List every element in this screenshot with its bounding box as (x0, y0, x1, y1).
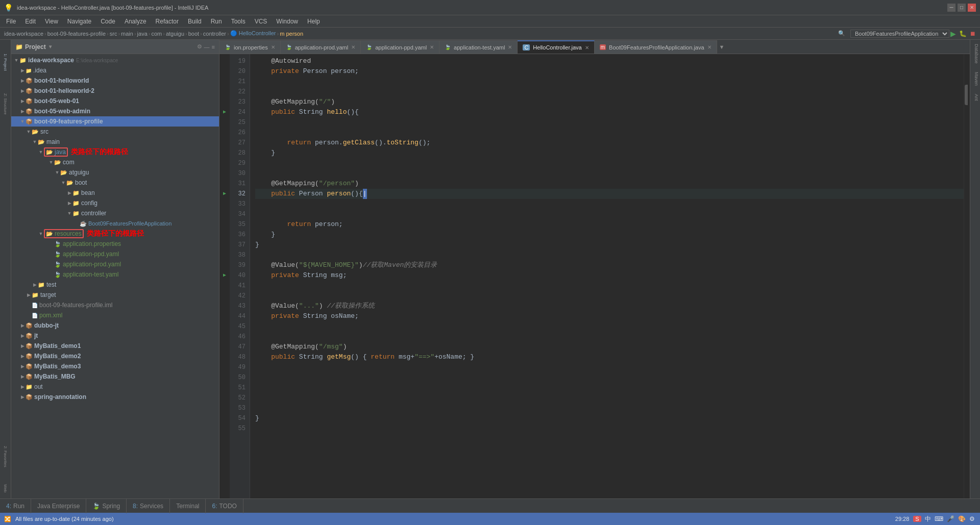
tab-overflow[interactable]: ▼ (717, 44, 727, 50)
breadcrumb-com[interactable]: com (151, 31, 162, 37)
menu-window[interactable]: Window (272, 17, 302, 26)
bottom-tab-todo[interactable]: 6: TODO (206, 499, 243, 513)
tree-app-test[interactable]: ▶ 🍃 application-test.yaml (11, 269, 219, 280)
maximize-button[interactable]: □ (958, 4, 966, 12)
tree-root[interactable]: ▼ 📁 idea-workspace E:\idea-workspace (11, 55, 219, 65)
menu-navigate[interactable]: Navigate (63, 17, 95, 26)
tree-mybatis1[interactable]: ▶ 📦 MyBatis_demo1 (11, 341, 219, 351)
menu-tools[interactable]: Tools (227, 17, 250, 26)
maven-tab[interactable]: Maven (970, 68, 980, 90)
tree-app-prod[interactable]: ▶ 🍃 application-prod.yaml (11, 259, 219, 269)
tree-target[interactable]: ▶ 📁 target (11, 290, 219, 300)
tree-boot01-2[interactable]: ▶ 📦 boot-01-helloworld-2 (11, 86, 219, 96)
editor-scrollbar[interactable] (964, 54, 970, 498)
breadcrumb-module[interactable]: boot-09-features-profile (47, 31, 106, 37)
structure-panel-toggle[interactable]: Z: Structure (1, 84, 11, 124)
tree-boot05-web01[interactable]: ▶ 📦 boot-05-web-01 (11, 96, 219, 106)
tree-spring-annotation[interactable]: ▶ 📦 spring-annotation (11, 392, 219, 402)
project-collapse-button[interactable]: — (204, 43, 210, 50)
bottom-tab-run[interactable]: 4: Run (0, 499, 31, 513)
tree-atguigu[interactable]: ▼ 📂 atguigu (11, 167, 219, 178)
tree-controller[interactable]: ▼ 📁 controller (11, 208, 219, 218)
tree-boot09-app-class[interactable]: ▶ ☕ Boot09FeaturesProfileApplication (11, 218, 219, 229)
breadcrumb-method[interactable]: m person (280, 31, 303, 37)
ant-tab[interactable]: Ant (970, 90, 980, 105)
tree-config[interactable]: ▶ 📁 config (11, 198, 219, 208)
code-line-30 (255, 168, 964, 179)
tree-app-properties[interactable]: ▶ 🍃 application.properties (11, 239, 219, 249)
tree-resources[interactable]: ▼ 📂 resources 类路径下的根路径 (11, 229, 219, 239)
menu-code[interactable]: Code (96, 17, 119, 26)
bottom-tab-services[interactable]: 8: Services (127, 499, 170, 513)
code-line-43: @Value("...") //获取操作系统 (255, 301, 964, 311)
project-panel-toggle[interactable]: 1: Project (1, 42, 11, 83)
tree-mybatis3[interactable]: ▶ 📦 MyBatis_demo3 (11, 361, 219, 371)
minimize-button[interactable]: ─ (947, 4, 955, 12)
chinese-icon: 中 (925, 515, 931, 522)
tree-out[interactable]: ▶ 📁 out (11, 382, 219, 392)
database-tab[interactable]: Database (970, 40, 980, 68)
line-numbers: 19 20 21 22 23 24 25 26 27 28 29 30 31 3… (230, 54, 250, 498)
breadcrumb-workspace[interactable]: idea-workspace (4, 31, 43, 37)
tree-bean[interactable]: ▶ 📁 bean (11, 188, 219, 198)
tree-boot09[interactable]: ▼ 📦 boot-09-features-profile (11, 116, 219, 127)
tree-com[interactable]: ▼ 📂 com (11, 157, 219, 167)
run-button[interactable]: ▶ (950, 30, 956, 38)
code-line-38 (255, 250, 964, 260)
run-gutter-40[interactable]: ▶ (219, 270, 230, 281)
code-line-54: } (255, 413, 964, 423)
menu-vcs[interactable]: VCS (251, 17, 272, 26)
bottom-tab-java-enterprise[interactable]: Java Enterprise (31, 499, 86, 513)
menu-refactor[interactable]: Refactor (152, 17, 183, 26)
breadcrumb-controller[interactable]: controller (203, 31, 226, 37)
menu-edit[interactable]: Edit (21, 17, 40, 26)
breadcrumb-class[interactable]: 🔵 HelloController (230, 30, 276, 37)
tree-idea[interactable]: ▶ 📁 .idea (11, 65, 219, 76)
tree-dubbo[interactable]: ▶ 📦 dubbo-jt (11, 320, 219, 331)
tree-java[interactable]: ▼ 📂 java 类路径下的根路径 (11, 147, 219, 157)
breadcrumb-main[interactable]: main (121, 31, 133, 37)
run-config-selector[interactable]: Boot09FeaturesProfileApplication (850, 30, 949, 38)
bottom-tab-terminal[interactable]: Terminal (170, 499, 206, 513)
tree-boot05-admin[interactable]: ▶ 📦 boot-05-web-admin (11, 106, 219, 116)
debug-button[interactable]: 🐛 (959, 30, 967, 37)
menu-file[interactable]: File (2, 17, 20, 26)
tab-boot09-app[interactable]: m Boot09FeaturesProfileApplication.java … (595, 40, 717, 54)
breadcrumb-java[interactable]: java (137, 31, 148, 37)
breadcrumb-src[interactable]: src (110, 31, 117, 37)
project-sync-button[interactable]: ⚙ (197, 43, 202, 50)
close-button[interactable]: ✕ (968, 4, 976, 12)
tree-src[interactable]: ▼ 📂 src (11, 127, 219, 137)
menu-build[interactable]: Build (184, 17, 206, 26)
menu-help[interactable]: Help (303, 17, 324, 26)
tree-boot[interactable]: ▼ 📂 boot (11, 178, 219, 188)
code-area[interactable]: @Autowired private Person person; @GetMa… (250, 54, 964, 498)
tree-boot01[interactable]: ▶ 📦 boot-01-helloworld (11, 76, 219, 86)
tab-app-prod-yaml[interactable]: 🍃 application-prod.yaml ✕ (281, 40, 361, 54)
favorites-toggle[interactable]: 2: Favorites (1, 436, 11, 477)
stop-button[interactable]: ⏹ (970, 30, 976, 37)
menu-view[interactable]: View (41, 17, 62, 26)
tree-jt[interactable]: ▶ 📦 jt (11, 331, 219, 341)
tree-pom[interactable]: ▶ 📄 pom.xml (11, 310, 219, 320)
code-line-25 (255, 117, 964, 128)
menu-analyze[interactable]: Analyze (120, 17, 151, 26)
tree-test[interactable]: ▶ 📁 test (11, 280, 219, 290)
tree-app-ppd[interactable]: ▶ 🍃 application-ppd.yaml (11, 249, 219, 259)
tree-mybatis2[interactable]: ▶ 📦 MyBatis_demo2 (11, 351, 219, 361)
menu-run[interactable]: Run (207, 17, 226, 26)
tab-app-ppd-yaml[interactable]: 🍃 application-ppd.yaml ✕ (361, 40, 439, 54)
tree-mybatis-mbg[interactable]: ▶ 📦 MyBatis_MBG (11, 371, 219, 382)
run-gutter-24[interactable]: ▶ (219, 107, 230, 117)
tree-iml[interactable]: ▶ 📄 boot-09-features-profile.iml (11, 300, 219, 310)
tab-app-test-yaml[interactable]: 🍃 application-test.yaml ✕ (439, 40, 518, 54)
bottom-tab-spring[interactable]: 🍃 Spring (86, 499, 127, 513)
breadcrumb-atguigu[interactable]: atguigu (166, 31, 184, 37)
breadcrumb-boot[interactable]: boot (188, 31, 199, 37)
web-toggle[interactable]: Web (1, 478, 11, 498)
tree-main[interactable]: ▼ 📂 main (11, 137, 219, 147)
run-gutter-29[interactable]: ▶ (219, 189, 230, 199)
project-settings-button[interactable]: ≡ (212, 43, 215, 50)
tab-ion-properties[interactable]: 🍃 ion.properties ✕ (219, 40, 281, 54)
tab-hello-controller[interactable]: C HelloController.java ✕ (518, 40, 594, 54)
